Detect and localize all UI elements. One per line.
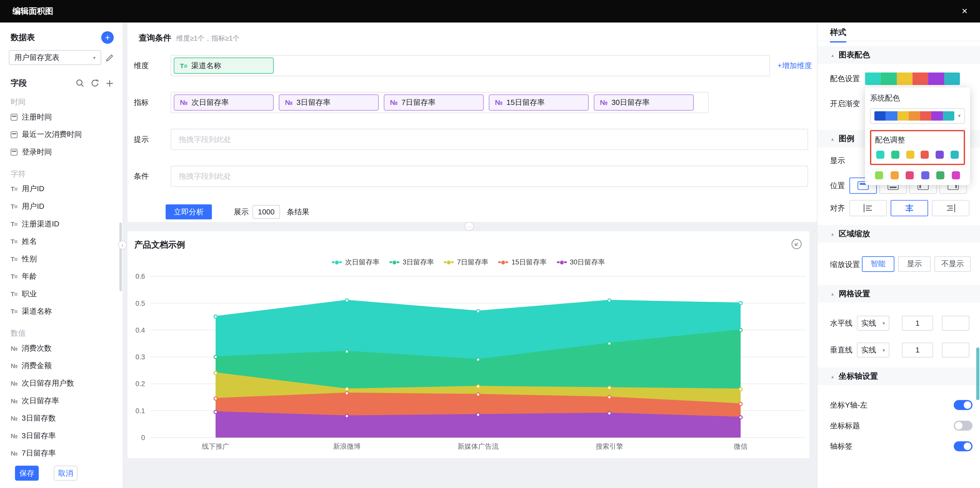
field-chip[interactable]: №15日留存率 (489, 94, 589, 111)
add-datasource-button[interactable]: + (101, 31, 114, 44)
color-swatch[interactable] (891, 171, 899, 180)
analyze-button[interactable]: 立即分析 (165, 204, 212, 219)
hline-width-input[interactable] (902, 316, 933, 331)
field-item[interactable]: T≡用户ID (0, 197, 123, 215)
legend-item[interactable]: 次日留存率 (332, 258, 380, 267)
palette-strip[interactable] (865, 73, 960, 85)
number-field-icon: № (390, 99, 398, 106)
align-left-button[interactable] (850, 200, 887, 216)
tab-style[interactable]: 样式 (830, 27, 846, 38)
field-item[interactable]: T≡年龄 (0, 267, 123, 285)
legend-item[interactable]: 3日留存率 (390, 258, 434, 267)
palette-color (865, 73, 881, 85)
field-item[interactable]: №消费金额 (0, 357, 123, 374)
axis-title-toggle[interactable] (954, 421, 972, 431)
section-chart-color[interactable]: ▴ 图表配色 (818, 46, 980, 64)
palette-color (928, 73, 944, 85)
field-chip[interactable]: №30日留存率 (594, 94, 694, 111)
data-point (608, 299, 611, 302)
field-item[interactable]: №消费次数 (0, 339, 123, 357)
vline-color-picker[interactable] (942, 343, 969, 358)
sidebar-collapse-handle[interactable]: ‹ (118, 241, 127, 250)
color-swatch[interactable] (906, 171, 914, 180)
filter-dropzone[interactable]: 拖拽字段到此处 (171, 165, 808, 187)
vline-style-select[interactable]: 实线 ▾ (857, 343, 889, 358)
legend-item[interactable]: 7日留存率 (444, 258, 488, 267)
system-palette-select[interactable]: ▾ (870, 108, 965, 124)
sidebar-scrollbar[interactable] (119, 223, 122, 291)
field-item[interactable]: №3日留存数 (0, 409, 123, 427)
add-field-icon[interactable] (106, 79, 114, 87)
hline-style-select[interactable]: 实线 ▾ (857, 316, 889, 331)
align-center-button[interactable] (891, 200, 928, 216)
collapse-icon: ▴ (831, 231, 834, 237)
field-item[interactable]: №次日留存率 (0, 392, 123, 410)
zoom-option-show[interactable]: 显示 (898, 256, 931, 272)
color-swatch[interactable] (906, 151, 914, 159)
field-chip[interactable]: T≡渠道名称 (174, 57, 274, 74)
section-grid[interactable]: ▴ 网格设置 (818, 285, 980, 303)
zoom-option-hide[interactable]: 不显示 (934, 256, 970, 272)
field-item[interactable]: 注册时间 (0, 108, 123, 126)
color-swatch[interactable] (936, 171, 945, 180)
field-item[interactable]: T≡姓名 (0, 232, 123, 250)
color-swatch[interactable] (891, 151, 899, 159)
save-button[interactable]: 保存 (15, 466, 39, 481)
color-swatch[interactable] (921, 171, 929, 180)
number-field-icon: № (180, 99, 188, 106)
color-swatch[interactable] (936, 151, 944, 159)
data-point (476, 310, 480, 313)
section-title: 图表配色 (839, 50, 870, 60)
dimension-dropzone[interactable]: T≡渠道名称 (171, 55, 770, 76)
color-swatch[interactable] (875, 171, 883, 180)
legend-item[interactable]: 15日留存率 (498, 258, 547, 267)
vline-width-input[interactable] (902, 343, 933, 358)
color-swatch[interactable] (921, 151, 929, 159)
search-icon[interactable] (76, 79, 84, 87)
metrics-dropzone[interactable]: №次日留存率№3日留存率№7日留存率№15日留存率№30日留存率 (171, 92, 709, 113)
field-chip[interactable]: №3日留存率 (279, 94, 379, 111)
axis-ticklabel-toggle[interactable] (954, 441, 972, 451)
panel-resize-handle[interactable]: ··· (465, 222, 474, 230)
page-scrollbar[interactable] (976, 348, 979, 400)
field-label: 3日留存数 (22, 413, 56, 424)
field-item[interactable]: T≡性别 (0, 250, 123, 268)
y-axis-tick: 0.1 (135, 407, 145, 415)
hline-color-picker[interactable] (942, 316, 969, 331)
tooltip-dropzone[interactable]: 拖拽字段到此处 (171, 129, 808, 150)
section-zoom[interactable]: ▴ 区域缩放 (818, 225, 980, 243)
color-swatch[interactable] (876, 151, 884, 159)
drill-down-icon[interactable] (791, 239, 802, 250)
datasource-select[interactable]: 用户留存宽表 ▾ (9, 50, 101, 65)
area-chart[interactable]: 00.10.20.30.40.50.6线下推广新浪微博新媒体广告流搜索引擎微信 (127, 267, 810, 455)
cancel-button[interactable]: 取消 (54, 466, 78, 481)
color-swatch[interactable] (952, 171, 960, 180)
legend-item[interactable]: 30日留存率 (557, 258, 605, 267)
chip-label: 3日留存率 (296, 97, 331, 108)
align-right-button[interactable] (932, 200, 969, 216)
zoom-option-smart[interactable]: 智能 (862, 256, 894, 272)
number-field-icon: № (11, 432, 18, 439)
field-label: 次日留存用户数 (22, 378, 74, 388)
color-swatch[interactable] (951, 151, 959, 159)
axis-yleft-toggle[interactable] (954, 400, 972, 410)
field-chip[interactable]: №次日留存率 (174, 94, 274, 111)
field-item[interactable]: №3日留存率 (0, 427, 123, 445)
field-item[interactable]: №次日留存用户数 (0, 374, 123, 392)
field-item[interactable]: 最近一次消费时间 (0, 126, 123, 143)
edit-datasource-icon[interactable] (106, 53, 114, 62)
axis-yleft-row: 坐标Y轴-左 (818, 396, 980, 414)
result-count-input[interactable] (252, 205, 280, 219)
field-chip[interactable]: №7日留存率 (384, 94, 484, 111)
add-dimension-link[interactable]: +增加维度 (778, 55, 812, 76)
number-field-icon: № (495, 99, 503, 106)
data-point (739, 329, 742, 332)
field-item[interactable]: T≡用户ID (0, 180, 123, 197)
section-axis[interactable]: ▴ 坐标轴设置 (818, 367, 980, 385)
refresh-icon[interactable] (91, 79, 99, 87)
field-item[interactable]: T≡职业 (0, 285, 123, 303)
field-item[interactable]: T≡注册渠道ID (0, 215, 123, 232)
field-item[interactable]: 登录时间 (0, 143, 123, 161)
field-item[interactable]: T≡渠道名称 (0, 302, 123, 320)
close-icon[interactable]: × (962, 6, 967, 16)
